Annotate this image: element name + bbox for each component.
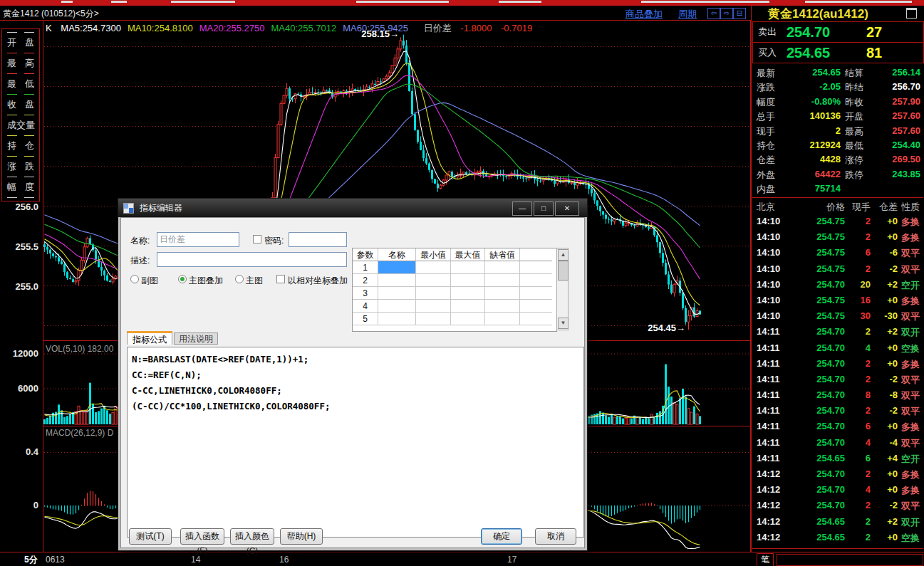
close-icon[interactable]: ✕ (555, 201, 579, 216)
param-cell[interactable] (378, 261, 416, 274)
param-row-number[interactable]: 3 (353, 287, 378, 300)
stat-label: 最低 (845, 140, 863, 152)
ok-button[interactable]: 确定 (481, 528, 522, 545)
insert-function-button[interactable]: 插入函数(F) (180, 528, 224, 545)
password-checkbox[interactable] (253, 235, 261, 243)
ma-value: MA5:254.7300 (61, 23, 121, 33)
period-tab[interactable]: 5分 (24, 554, 38, 566)
scroll-down-icon[interactable]: ▼ (558, 318, 569, 329)
name-input[interactable]: 日价差 (157, 232, 239, 247)
scroll-up-icon[interactable]: ▲ (558, 249, 569, 261)
cancel-button[interactable]: 取消 (535, 528, 576, 545)
param-row-number[interactable]: 5 (353, 313, 378, 325)
stat-label: 昨结 (845, 81, 863, 94)
param-cell[interactable] (378, 287, 416, 300)
tick-oi-change: +0 (872, 484, 898, 495)
param-cell[interactable] (451, 287, 485, 300)
tick-column-header: 仓差 (875, 201, 898, 214)
param-cell[interactable] (416, 274, 451, 287)
time-label: 17 (507, 555, 516, 565)
stat-value: -0.80% (778, 96, 841, 107)
overlay-commodity-link[interactable]: 商品叠加 (625, 8, 663, 21)
tab-usage[interactable]: 用法说明 (174, 332, 218, 345)
quote-stat-row: 持仓212924最低254.40 (752, 138, 923, 152)
parameter-table-row[interactable]: 5 (353, 313, 556, 325)
tick-row: 14:11254.702+0多换 (752, 357, 923, 372)
stat-value: 257.90 (866, 96, 920, 107)
help-button[interactable]: 帮助(H) (280, 528, 323, 545)
tick-oi-change: -2 (872, 374, 898, 384)
param-cell[interactable] (485, 261, 520, 274)
param-column-header: 名称 (378, 248, 416, 261)
parameter-table-row[interactable]: 4 (353, 300, 556, 313)
description-input[interactable] (157, 252, 347, 267)
param-cell[interactable] (451, 313, 485, 325)
parameter-table-row[interactable]: 1 (353, 261, 556, 274)
split-window-icon[interactable]: ⊟ (733, 8, 746, 19)
param-cell[interactable] (520, 287, 552, 300)
param-cell[interactable] (416, 261, 451, 274)
parameter-table-scrollbar[interactable]: ▲ ▼ (556, 248, 569, 330)
trading-app-window: 黄金1412 (010512)<5分> 商品叠加 周期 ⇦ ⇨ ⊟ 黄金1412… (0, 0, 924, 566)
tick-time: 14:11 (757, 437, 780, 448)
tick-time: 14:12 (757, 532, 780, 543)
param-cell[interactable] (378, 300, 416, 313)
param-cell[interactable] (416, 287, 451, 300)
stat-value: 75714 (778, 183, 841, 194)
period-link[interactable]: 周期 (678, 8, 697, 21)
stat-value: 256.14 (866, 67, 920, 78)
legend-separator (2, 156, 39, 157)
param-cell[interactable] (520, 261, 552, 274)
param-cell[interactable] (520, 274, 552, 287)
param-cell[interactable] (485, 313, 520, 325)
restore-window-icon[interactable] (906, 8, 917, 19)
formula-code-editor[interactable]: N:=BARSLAST(DATE<>REF(DATE,1))+1;CC:=REF… (127, 347, 584, 538)
parameter-table-row[interactable]: 2 (353, 274, 556, 287)
maximize-icon[interactable]: □ (534, 201, 554, 216)
ask-row[interactable]: 卖出 254.70 27 (752, 21, 924, 43)
param-cell[interactable] (451, 261, 485, 274)
low-price-tag: 254.45→ (614, 323, 685, 333)
param-cell[interactable] (520, 313, 552, 325)
tick-volume: 2 (848, 231, 871, 242)
dialog-title: 指标编辑器 (140, 202, 182, 214)
param-row-number[interactable]: 2 (353, 274, 378, 287)
param-row-number[interactable]: 1 (353, 261, 378, 274)
tab-formula[interactable]: 指标公式 (127, 331, 172, 345)
param-row-number[interactable]: 4 (353, 300, 378, 313)
radio-主图叠加[interactable] (178, 275, 187, 283)
minimize-icon[interactable]: — (512, 201, 532, 216)
radio-副图[interactable] (130, 275, 139, 283)
param-cell[interactable] (451, 300, 485, 313)
tick-row: 14:10254.7020+2空开 (752, 278, 923, 293)
forward-arrow-icon[interactable]: ⇨ (720, 8, 733, 19)
param-cell[interactable] (485, 300, 520, 313)
param-cell[interactable] (451, 274, 485, 287)
stat-label: 外盘 (757, 169, 775, 182)
tick-tab[interactable]: 笔 (757, 553, 774, 566)
indicator-editor-dialog[interactable]: 指标编辑器 — □ ✕ 名称: 日价差 密码: 描述: 副图主图叠加主图 以相对… (118, 198, 588, 551)
tick-price: 254.70 (796, 342, 845, 353)
bid-row[interactable]: 买入 254.65 81 (752, 42, 924, 63)
back-arrow-icon[interactable]: ⇦ (707, 8, 720, 19)
param-cell[interactable] (378, 313, 416, 325)
param-cell[interactable] (416, 300, 451, 313)
param-cell[interactable] (416, 313, 451, 325)
parameter-table-row[interactable]: 3 (353, 287, 556, 300)
tick-list[interactable]: 14:10254.752+0多换14:10254.752+0多换14:10254… (752, 214, 923, 547)
param-cell[interactable] (485, 274, 520, 287)
tick-row: 14:10254.752+0多换 (752, 230, 923, 246)
param-cell[interactable] (485, 287, 520, 300)
test-button[interactable]: 测试(T) (129, 528, 172, 545)
password-input[interactable] (289, 232, 347, 247)
parameter-table[interactable]: 参数名称最小值最大值缺省值12345 (352, 248, 557, 332)
tick-time: 14:11 (757, 421, 780, 431)
insert-color-button[interactable]: 插入颜色(C) (230, 528, 274, 545)
overlay-indicator-label: 日价差 (424, 23, 452, 33)
param-cell[interactable] (378, 274, 416, 287)
relative-coord-checkbox[interactable] (276, 275, 285, 283)
param-cell[interactable] (520, 300, 552, 313)
radio-主图[interactable] (235, 275, 244, 283)
tick-price: 254.65 (796, 453, 845, 463)
scrollbar-thumb[interactable] (558, 261, 569, 281)
